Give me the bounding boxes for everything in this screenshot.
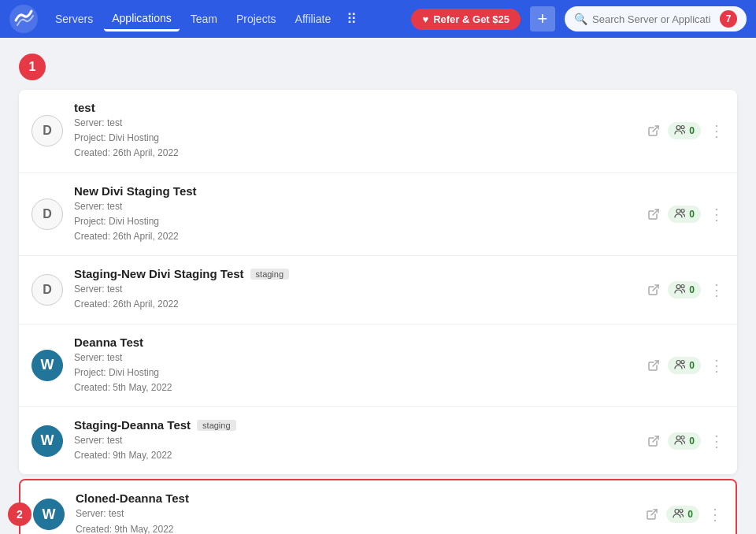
app-name: Staging-New Divi Staging Test xyxy=(74,267,244,280)
external-link-icon[interactable] xyxy=(647,359,660,372)
app-name: Staging-Deanna Test xyxy=(74,418,191,432)
app-meta: Server: testCreated: 9th May, 2022 xyxy=(74,433,636,463)
nav-affiliate[interactable]: Affiliate xyxy=(287,8,339,30)
app-name: Cloned-Deanna Test xyxy=(76,491,189,505)
search-input[interactable] xyxy=(592,13,710,25)
more-options-icon[interactable]: ⋮ xyxy=(709,280,724,299)
more-options-icon[interactable]: ⋮ xyxy=(709,356,724,375)
user-count: 0 xyxy=(687,509,693,520)
add-button[interactable]: + xyxy=(530,6,555,32)
app-name: Deanna Test xyxy=(74,336,143,349)
app-item: WCloned-Deanna TestServer: testCreated: … xyxy=(20,480,736,534)
app-item: WStaging-Deanna TeststagingServer: testC… xyxy=(19,407,737,474)
svg-point-7 xyxy=(676,360,680,364)
user-count: 0 xyxy=(689,209,695,220)
svg-point-4 xyxy=(681,209,684,212)
external-link-icon[interactable] xyxy=(647,284,660,296)
step-1-badge: 1 xyxy=(19,54,46,80)
users-icon xyxy=(674,208,686,221)
external-link-icon[interactable] xyxy=(646,508,658,521)
app-name: New Divi Staging Test xyxy=(74,184,197,198)
user-count-badge[interactable]: 0 xyxy=(668,281,701,299)
app-list: DtestServer: testProject: Divi HostingCr… xyxy=(19,90,737,474)
app-avatar: D xyxy=(32,274,63,306)
user-count-badge[interactable]: 0 xyxy=(666,506,699,523)
refer-button[interactable]: ♥ Refer & Get $25 xyxy=(411,9,521,30)
app-actions: 0⋮ xyxy=(647,280,724,299)
user-count: 0 xyxy=(689,360,695,371)
search-icon: 🔍 xyxy=(574,13,587,25)
svg-point-5 xyxy=(676,284,680,288)
app-actions: 0⋮ xyxy=(647,205,724,224)
svg-point-8 xyxy=(681,360,684,363)
app-avatar: W xyxy=(32,350,63,381)
more-options-icon[interactable]: ⋮ xyxy=(709,432,724,451)
app-info: Staging-Deanna TeststagingServer: testCr… xyxy=(74,418,636,463)
app-meta: Server: testProject: Divi HostingCreated… xyxy=(74,350,636,396)
main-content: 1 DtestServer: testProject: Divi Hosting… xyxy=(0,38,756,534)
app-actions: 0⋮ xyxy=(647,121,724,140)
more-options-icon[interactable]: ⋮ xyxy=(707,505,723,524)
user-count: 0 xyxy=(689,125,695,136)
user-count-badge[interactable]: 0 xyxy=(668,206,701,223)
app-tag: staging xyxy=(250,269,289,280)
app-meta: Server: testCreated: 26th April, 2022 xyxy=(74,282,636,312)
app-item: DtestServer: testProject: Divi HostingCr… xyxy=(19,90,737,173)
user-count: 0 xyxy=(689,284,695,295)
search-bar[interactable]: 🔍 7 xyxy=(565,6,747,32)
svg-point-1 xyxy=(676,126,680,130)
app-info: testServer: testProject: Divi HostingCre… xyxy=(74,101,636,161)
app-avatar: D xyxy=(32,198,63,230)
app-info: New Divi Staging TestServer: testProject… xyxy=(74,184,636,245)
users-icon xyxy=(674,284,686,296)
svg-point-3 xyxy=(676,209,680,213)
external-link-icon[interactable] xyxy=(647,208,660,221)
app-actions: 0⋮ xyxy=(646,505,723,524)
svg-point-9 xyxy=(676,436,680,439)
svg-point-2 xyxy=(681,126,684,129)
user-count: 0 xyxy=(689,436,695,447)
svg-point-11 xyxy=(675,510,679,514)
external-link-icon[interactable] xyxy=(647,435,660,447)
user-count-badge[interactable]: 0 xyxy=(668,432,701,450)
app-item: WDeanna TestServer: testProject: Divi Ho… xyxy=(19,324,737,408)
more-options-icon[interactable]: ⋮ xyxy=(709,205,724,224)
navbar: Servers Applications Team Projects Affil… xyxy=(0,0,756,38)
logo[interactable] xyxy=(9,5,38,33)
svg-point-6 xyxy=(681,284,684,287)
svg-point-10 xyxy=(681,436,684,439)
app-info: Staging-New Divi Staging TeststagingServ… xyxy=(74,267,636,312)
app-meta: Server: testCreated: 9th May, 2022 xyxy=(76,506,635,534)
app-avatar: W xyxy=(33,499,65,530)
grid-icon[interactable]: ⠿ xyxy=(343,7,360,31)
user-count-badge[interactable]: 0 xyxy=(668,357,701,374)
nav-team[interactable]: Team xyxy=(183,8,225,30)
step-2-badge: 2 xyxy=(8,502,32,526)
users-icon xyxy=(673,508,684,521)
refer-label: Refer & Get $25 xyxy=(433,13,510,25)
nav-projects[interactable]: Projects xyxy=(228,8,284,30)
users-icon xyxy=(674,359,686,372)
highlighted-app-wrapper: WCloned-Deanna TestServer: testCreated: … xyxy=(19,479,737,534)
app-name: test xyxy=(74,101,95,114)
users-icon xyxy=(674,124,686,137)
app-meta: Server: testProject: Divi HostingCreated… xyxy=(74,199,636,245)
more-options-icon[interactable]: ⋮ xyxy=(709,121,724,140)
app-actions: 0⋮ xyxy=(647,432,724,451)
svg-point-12 xyxy=(680,510,683,513)
external-link-icon[interactable] xyxy=(647,124,660,137)
app-meta: Server: testProject: Divi HostingCreated… xyxy=(74,116,636,161)
users-icon xyxy=(674,435,686,447)
app-item: DNew Divi Staging TestServer: testProjec… xyxy=(19,173,737,257)
heart-icon: ♥ xyxy=(422,13,428,25)
app-info: Cloned-Deanna TestServer: testCreated: 9… xyxy=(76,491,635,534)
app-info: Deanna TestServer: testProject: Divi Hos… xyxy=(74,336,636,396)
user-count-badge[interactable]: 0 xyxy=(668,122,701,139)
app-item: DStaging-New Divi Staging TeststagingSer… xyxy=(19,256,737,324)
nav-servers[interactable]: Servers xyxy=(47,8,101,30)
notification-badge[interactable]: 7 xyxy=(720,10,737,28)
app-tag: staging xyxy=(197,420,235,431)
nav-applications[interactable]: Applications xyxy=(104,7,180,32)
app-actions: 0⋮ xyxy=(647,356,724,375)
app-avatar: D xyxy=(32,115,63,146)
